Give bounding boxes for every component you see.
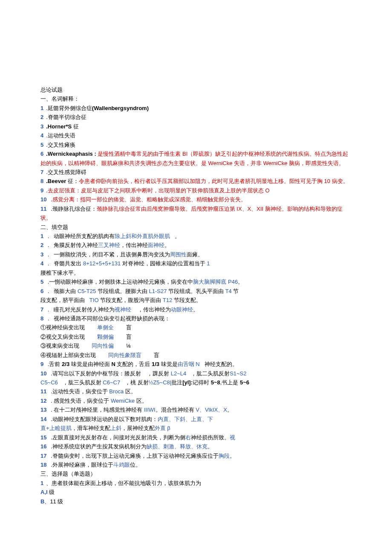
sec1-item: 2.脊髓半切综合征 [40,113,352,122]
sec3-item: A,I 级 [40,488,352,497]
sec2-item: ③视束病变出现 同向性偏 ⅛ [40,341,352,350]
sec2-item: 2 . 角膜反射传入神经三叉神经，传出神经面神经。 [40,241,352,250]
sec2-item: C5~C6 ，肱三头肌反射 C6~C7 ，桃 反射½Z5~C8|批注[yl]:记… [40,378,352,387]
sec2-item: 12 . 感觉性失语，病变位于 WemiCke 区。 [40,396,352,405]
sec1-item: 7.交叉性感觉障碍 [40,168,352,177]
sec1-item: 6.Wernickeaphasis : 是慢性酒精中毒常见的由于维生素 BI（即… [40,149,352,168]
sec2-item: ②视交叉病变出现 颗侧偏 盲 [40,332,352,341]
sec2-item: ④视辐射上部病变出现 同向性象限盲 盲 [40,351,352,360]
sec2-item: 1 . 动眼神经所支配的肌肉有除上斜和外直肌外眼肌 。 [40,232,352,241]
sec2-item: 14 .动眼神经支配眼球运动的是以下数对肌肉：内直、下斜、上直、下 [40,415,352,424]
sec2-item: 直+上睑提肌，滑车神经支配上斜，展神经支配外直 β [40,424,352,433]
sec2-item: 15 .左眼直接对光反射存在，间接对光反射消失，判断为侧右神经损伤所致。视 [40,433,352,442]
sec2-item: ①视神经病变出现 单侧全 盲 [40,323,352,332]
sec2-item: 腰椎下缘水平。 [40,268,352,277]
sec1-item: 9.去皮层强直：皮层与皮层下之间联系中断时，出现明显的下肢伸肌强直及上肢的半屈状… [40,186,352,195]
sec2-item: 8 . 视神经通路不同部位病变引起视野缺损的表现： [40,314,352,323]
section-heading-2: 二、填空题 [40,223,352,232]
sec2-item: 10 .请写出以下反射的中枢节段：膝反射 ，踝反射 L2~L4 ，肱二头肌反射S… [40,369,352,378]
sec2-item: 17 .脊髓病变时，出现下肢上运动元瘫痪，上肢下运动神经元瘫痪应位于胸段。 [40,451,352,460]
sec1-item: 4.运动性失语 [40,131,352,140]
sec1-item: 10 .感觉分离：指同一部位的痛觉、温觉、粗略触觉或深感觉、精细触觉部分丧失。 [40,195,352,204]
section-heading-1: 一、名词解释： [40,94,352,103]
sec1-item: 8.Beever 征：令患者仰卧向前抬头，检行者以手压其额部以加阻力，此时可见患… [40,177,352,186]
sec2-item: 16 .神经系统症状的产生按其发病机制分为缺损、刺激、释放、休克。 [40,442,352,451]
sec1-item: 11 .颈静脉孔综合征：颈静脉孔综合征常由后颅窝肿瘤导致。后颅窝肿瘤压迫第 IX… [40,204,352,223]
sec1-item: 3.Horner*S 征 [40,122,352,131]
section-heading-3: 三、选择题（单选题） [40,469,352,478]
sec2-item: 7 . 瞳孔对光反射传人神经为视神经 ，传出神经为动眼神经。 [40,305,352,314]
sec2-item: 4 . 脊髓共发出 8+12+5+5+131 对脊神经，园锥末端的位置相当于 1 [40,259,352,268]
sec1-item: 1.延髓背外侧综合症(Wallenbergsyndrom) [40,104,352,113]
sec2-item: 6 . 颈膨大由 C5-T25 节段组成。腰膨大由 L1-S27 节段组成。乳头… [40,287,352,296]
sec3-item: B、11 级 [40,497,352,506]
sec2-item: 段支配，脐平面由 TIO 节段支配，腹股沟平面由 T12 节段支配。 [40,296,352,305]
document-title: 总论试题 [40,85,352,94]
sec3-item: 1、患者肢体能在床面上移动，但不能抗地吸引力，该肢体肌力为 [40,479,352,488]
sec2-item: 11 .运动性失语，病变位于 Broca 区。 [40,387,352,396]
sec2-item: 18 .外展神经麻痹，眼球位于斗鸡眼位。 [40,460,352,469]
sec2-item: 3 . 一侧额纹消失，闭目不紧，且该侧鼻唇沟变浅为周围性面瘫。 [40,250,352,259]
sec2-item: 5 .一惻动眼神经麻痹，对侧肢体上运动神经元瘫痪，病变在中脑大脑脚脚底 P46。 [40,277,352,286]
sec2-item: 13 . 在十二对颅神经里，纯感觉性神经有 IIIWI。混合性神经有 V、Vlk… [40,405,352,414]
sec1-item: 5.交叉性瘫痪 [40,140,352,149]
sec2-item: 9 .舌前 2/3 味觉是由神经面 N 支配的，舌后 1/3 味觉是由舌咽 N … [40,360,352,369]
